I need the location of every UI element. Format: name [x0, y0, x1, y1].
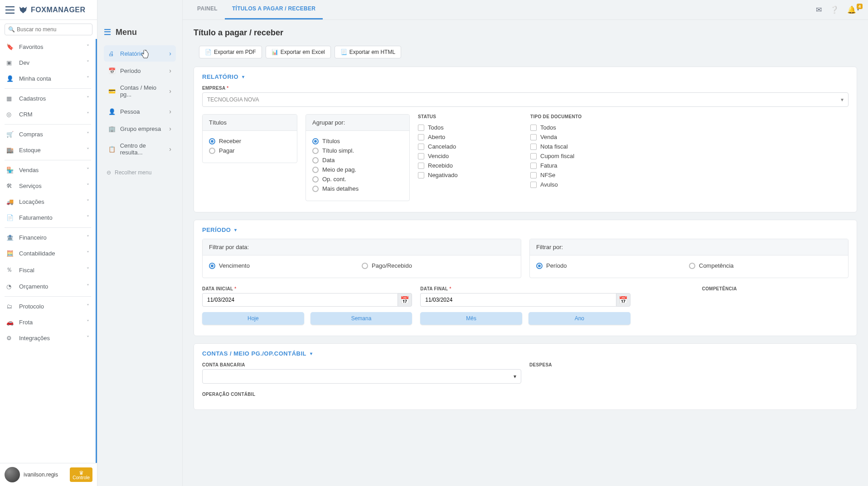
- chk-tipodoc-avulso[interactable]: Avulso: [530, 180, 635, 189]
- bookmark-icon: 🔖: [6, 43, 15, 50]
- controle-badge[interactable]: ♛Controle: [70, 467, 92, 482]
- data-final-calendar-button[interactable]: 📅: [616, 293, 630, 307]
- chk-status-negativado[interactable]: Negativado: [418, 170, 522, 180]
- radio-agrupar-op-cont[interactable]: Op. cont.: [312, 174, 403, 184]
- chk-tipodoc-fatura[interactable]: Fatura: [530, 161, 635, 170]
- car-icon: 🚗: [6, 319, 15, 326]
- nav-dev[interactable]: ▣Dev˅: [0, 55, 96, 71]
- nav-estoque[interactable]: 🏬Estoque˅: [0, 142, 96, 158]
- chevron-down-icon: ˅: [87, 303, 89, 310]
- nav-contabilidade[interactable]: 🧮Contabilidade˅: [0, 245, 96, 261]
- chk-status-aberto[interactable]: Aberto: [418, 132, 522, 142]
- chk-status-vencido[interactable]: Vencido: [418, 151, 522, 161]
- chevron-down-icon: ˅: [87, 235, 89, 241]
- calendar-icon: 📅: [108, 67, 117, 74]
- radio-periodo[interactable]: Período: [536, 261, 689, 270]
- radio-agrupar-meio-pag[interactable]: Meio de pag.: [312, 165, 403, 174]
- shortcut-semana[interactable]: Semana: [310, 312, 412, 325]
- tab-painel[interactable]: PAINEL: [190, 0, 225, 19]
- chk-tipodoc-cupom-fiscal[interactable]: Cupom fiscal: [530, 151, 635, 161]
- notification-count: 4: [857, 4, 863, 9]
- radio-agrupar-titulo-simpl[interactable]: Título simpl.: [312, 146, 403, 155]
- radio-agrupar-titulos[interactable]: Títulos: [312, 136, 403, 146]
- data-inicial-label: DATA INICIAL *: [202, 286, 412, 291]
- nav-favoritos[interactable]: 🔖Favoritos˅: [0, 39, 96, 55]
- wallet-icon: 💳: [108, 88, 117, 95]
- nav-protocolo[interactable]: 🗂Protocolo˅: [0, 298, 96, 314]
- submenu: ☰ Menu 🖨 Relatório › 📅Período› 💳Contas /…: [97, 0, 183, 486]
- caret-down-icon: ▾: [234, 227, 237, 232]
- panel-contas-header[interactable]: CONTAS / MEIO PG./OP.CONTÁBIL▾: [194, 344, 857, 357]
- filtrar-por-heading: Filtrar por:: [530, 239, 848, 255]
- conta-bancaria-select[interactable]: ▾: [202, 369, 521, 384]
- nav-orcamento[interactable]: ◔Orçamento˅: [0, 279, 96, 294]
- titulos-heading: Títulos: [203, 115, 297, 131]
- radio-competencia[interactable]: Competência: [689, 261, 842, 270]
- radio-receber[interactable]: Receber: [209, 136, 291, 146]
- nav-vendas[interactable]: 🏪Vendas˅: [0, 162, 96, 178]
- subnav-centro-resultado[interactable]: 📋Centro de resulta...›: [104, 138, 176, 160]
- subnav-pessoa[interactable]: 👤Pessoa›: [104, 103, 176, 120]
- nav-compras[interactable]: 🛒Compras˅: [0, 126, 96, 142]
- radio-pago-recebido[interactable]: Pago/Recebido: [362, 261, 514, 270]
- caret-down-icon: ▾: [242, 74, 245, 79]
- logo[interactable]: FOXMANAGER: [18, 5, 86, 15]
- gear-icon: ⚙: [6, 335, 15, 342]
- shortcut-hoje[interactable]: Hoje: [202, 312, 304, 325]
- chk-tipodoc-nfse[interactable]: NFSe: [530, 170, 635, 180]
- nav-integracoes[interactable]: ⚙Integrações˅: [0, 330, 96, 346]
- data-inicial-calendar-button[interactable]: 📅: [398, 293, 412, 307]
- nav-servicos[interactable]: 🛠Serviços˅: [0, 178, 96, 194]
- chk-status-cancelado[interactable]: Cancelado: [418, 142, 522, 151]
- submenu-title: Menu: [116, 28, 137, 37]
- help-icon[interactable]: ❔: [830, 5, 839, 14]
- nav-minha-conta[interactable]: 👤Minha conta˅: [0, 71, 96, 87]
- chk-status-recebido[interactable]: Recebido: [418, 161, 522, 170]
- chk-tipodoc-venda[interactable]: Venda: [530, 132, 635, 142]
- nav-cadastros[interactable]: ▦Cadastros˅: [0, 91, 96, 106]
- data-final-input[interactable]: [420, 293, 616, 307]
- subnav-periodo[interactable]: 📅Período›: [104, 63, 176, 79]
- shortcut-mes[interactable]: Mês: [420, 312, 522, 325]
- export-excel-button[interactable]: 📊Exportar em Excel: [266, 46, 331, 58]
- chevron-right-icon: ›: [169, 108, 171, 115]
- shortcut-ano[interactable]: Ano: [529, 312, 630, 325]
- collapse-icon: ⊖: [107, 169, 111, 176]
- chk-tipodoc-nota-fiscal[interactable]: Nota fiscal: [530, 142, 635, 151]
- tab-titulos[interactable]: TÍTULOS A PAGAR / RECEBER: [225, 0, 323, 19]
- nav: 🔖Favoritos˅ ▣Dev˅ 👤Minha conta˅ ▦Cadastr…: [0, 39, 97, 463]
- radio-agrupar-data[interactable]: Data: [312, 155, 403, 165]
- chk-status-todos[interactable]: Todos: [418, 123, 522, 132]
- nav-fiscal[interactable]: ％Fiscal˅: [0, 261, 96, 279]
- radio-vencimento[interactable]: Vencimento: [209, 261, 362, 270]
- nav-financeiro[interactable]: 🏦Financeiro˅: [0, 230, 96, 245]
- truck-icon: 🚚: [6, 198, 15, 205]
- nav-crm[interactable]: ◎CRM˅: [0, 106, 96, 122]
- chevron-down-icon: ˅: [87, 60, 89, 66]
- collapse-menu-button[interactable]: ⊖Recolher menu: [104, 169, 176, 176]
- export-pdf-button[interactable]: 📄Exportar em PDF: [199, 46, 262, 58]
- subnav-grupo-empresa[interactable]: 🏢Grupo empresa›: [104, 120, 176, 137]
- panel-periodo: PERÍODO▾ Filtrar por data: Vencimento Pa…: [194, 220, 857, 336]
- data-inicial-input[interactable]: [202, 293, 398, 307]
- radio-agrupar-mais-detalhes[interactable]: Mais detalhes: [312, 184, 403, 193]
- subnav-relatorio[interactable]: 🖨 Relatório ›: [104, 45, 176, 62]
- excel-icon: 📊: [272, 49, 278, 55]
- envelope-icon[interactable]: ✉: [816, 5, 822, 14]
- radio-pagar[interactable]: Pagar: [209, 146, 291, 155]
- chevron-right-icon: ›: [169, 50, 171, 57]
- panel-periodo-header[interactable]: PERÍODO▾: [194, 220, 857, 233]
- export-html-button[interactable]: 📃Exportar em HTML: [335, 46, 401, 58]
- chevron-down-icon: ˅: [87, 111, 89, 118]
- nav-locacoes[interactable]: 🚚Locações˅: [0, 194, 96, 210]
- nav-faturamento[interactable]: 📄Faturamento˅: [0, 210, 96, 226]
- empresa-select[interactable]: TECNOLOGIA NOVA▾: [202, 92, 849, 107]
- hamburger-button[interactable]: [4, 4, 16, 16]
- avatar[interactable]: [5, 467, 20, 482]
- panel-relatorio-header[interactable]: RELATÓRIO▾: [194, 67, 857, 80]
- chk-tipodoc-todos[interactable]: Todos: [530, 123, 635, 132]
- bell-icon[interactable]: 🔔4▾: [847, 5, 859, 14]
- search-input[interactable]: [5, 24, 92, 35]
- nav-frota[interactable]: 🚗Frota˅: [0, 314, 96, 330]
- subnav-contas-meio-pg[interactable]: 💳Contas / Meio pg...›: [104, 80, 176, 102]
